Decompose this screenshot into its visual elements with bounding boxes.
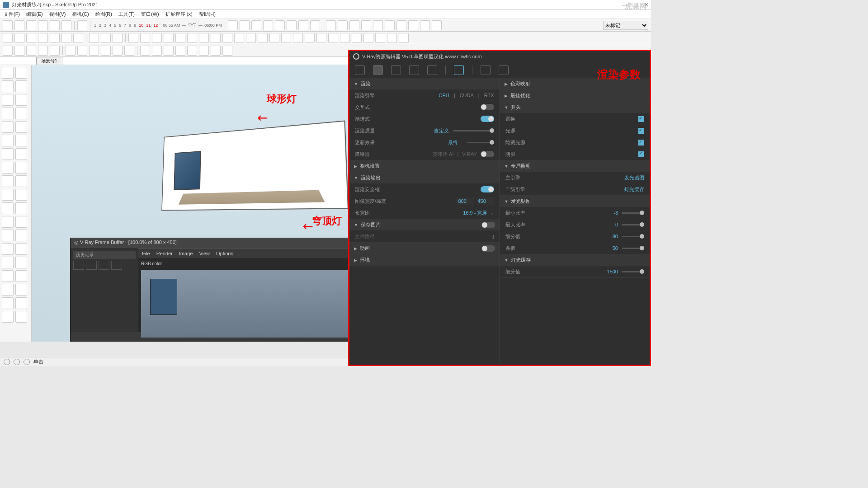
tool-icon[interactable] [326, 20, 336, 30]
tool-icon[interactable] [152, 46, 162, 56]
tool-icon[interactable] [128, 33, 138, 43]
tool-icon[interactable] [187, 46, 197, 56]
rect-tool-icon[interactable] [2, 108, 14, 119]
tool-icon[interactable] [263, 20, 273, 30]
tool-icon[interactable] [113, 46, 123, 56]
section-environment[interactable]: ▶环境 [349, 254, 500, 266]
tool-icon[interactable] [222, 33, 232, 43]
tool-icon[interactable] [432, 20, 442, 30]
vray-render-icon[interactable] [3, 46, 13, 56]
tool-icon[interactable] [15, 202, 27, 214]
tool-icon[interactable] [15, 284, 27, 296]
tool-icon[interactable] [101, 33, 111, 43]
tool-icon[interactable] [26, 20, 36, 30]
lights-check[interactable] [638, 128, 644, 134]
tool-icon[interactable] [281, 33, 291, 43]
tool-icon[interactable] [387, 33, 397, 43]
tool-icon[interactable] [293, 33, 303, 43]
tool-icon[interactable] [38, 20, 48, 30]
textures-tab-icon[interactable] [427, 65, 437, 75]
tool-icon[interactable] [420, 20, 430, 30]
layers-tab-icon[interactable] [409, 65, 419, 75]
tool-icon[interactable] [298, 20, 308, 30]
vfb-menu-file[interactable]: File [142, 251, 150, 256]
section-best-opt[interactable]: ▶最佳优化 [500, 90, 650, 101]
interactive-toggle[interactable] [481, 104, 494, 110]
section-render[interactable]: ▼渲染 [349, 78, 500, 89]
menu-view[interactable]: 视图(V) [49, 11, 66, 18]
tool-icon[interactable] [2, 284, 14, 296]
tool-icon[interactable] [15, 257, 27, 268]
tool-icon[interactable] [113, 33, 123, 43]
width-input[interactable] [456, 197, 474, 205]
tool-icon[interactable] [310, 20, 320, 30]
tool-icon[interactable] [15, 121, 27, 133]
tool-icon[interactable] [211, 46, 221, 56]
shadow-time-track[interactable]: 12 34 56 78 9 10 11 12 06:55 AM — 中午 — 0… [93, 22, 222, 28]
tool-icon[interactable] [26, 46, 36, 56]
engine-cuda[interactable]: CUDA [460, 93, 474, 98]
geometry-tab-icon[interactable] [391, 65, 401, 75]
status-icon[interactable] [4, 359, 10, 365]
section-animation[interactable]: ▶动画 [349, 243, 500, 254]
section-switches[interactable]: ▼开关 [500, 102, 650, 113]
tool-icon[interactable] [15, 162, 27, 174]
scale-tool-icon[interactable] [2, 189, 14, 201]
section-gi[interactable]: ▼全局照明 [500, 160, 650, 172]
diff-slider[interactable] [622, 248, 644, 249]
tool-icon[interactable] [101, 46, 111, 56]
vfb-menu-options[interactable]: Options [216, 251, 233, 256]
status-icon[interactable] [14, 359, 20, 365]
tool-icon[interactable] [408, 20, 418, 30]
tool-icon[interactable] [199, 33, 209, 43]
height-input[interactable] [476, 197, 494, 205]
denoiser-toggle[interactable] [481, 151, 494, 157]
tool-icon[interactable] [140, 46, 150, 56]
tool-icon[interactable] [73, 33, 83, 43]
tool-icon[interactable] [15, 108, 27, 119]
tool-icon[interactable] [77, 46, 87, 56]
vfb-channel-select[interactable]: RGB color [141, 261, 162, 266]
tool-icon[interactable] [251, 20, 261, 30]
tool-icon[interactable] [258, 33, 268, 43]
section-save-image[interactable]: ▼保存图片 [349, 219, 500, 230]
minrate-slider[interactable] [622, 212, 644, 214]
vfb-hist-btn[interactable] [73, 261, 84, 270]
arc-tool-icon[interactable] [2, 135, 14, 146]
vfb-menu-render[interactable]: Render [156, 251, 173, 256]
tool-icon[interactable] [15, 94, 27, 106]
materials-tab-icon[interactable] [355, 65, 365, 75]
tool-icon[interactable] [124, 46, 134, 56]
tool-icon[interactable] [240, 20, 250, 30]
shadows-check[interactable] [638, 151, 644, 157]
vfb-hist-btn[interactable] [86, 261, 97, 270]
saveimg-toggle[interactable] [481, 222, 495, 228]
tool-icon[interactable] [14, 33, 24, 43]
tool-icon[interactable] [275, 20, 285, 30]
tool-icon[interactable] [15, 311, 27, 323]
tool-icon[interactable] [15, 175, 27, 187]
lights-tab-icon[interactable] [373, 65, 383, 75]
tool-icon[interactable] [187, 33, 197, 43]
rotate-tool-icon[interactable] [2, 175, 14, 187]
tool-icon[interactable] [15, 216, 27, 228]
tool-icon[interactable] [199, 46, 209, 56]
menu-help[interactable]: 帮助(H) [199, 11, 216, 18]
tool-icon[interactable] [2, 311, 14, 323]
safeframe-toggle[interactable] [481, 186, 494, 192]
maxrate-slider[interactable] [622, 224, 644, 225]
tool-icon[interactable] [15, 148, 27, 160]
tool-icon[interactable] [175, 46, 185, 56]
vfb-menu-view[interactable]: View [199, 251, 210, 256]
browse-icon[interactable]: ▯ [491, 234, 494, 239]
engine-rtx[interactable]: RTX [484, 93, 494, 98]
tool-icon[interactable] [26, 33, 36, 43]
zoom-tool-icon[interactable] [2, 270, 14, 282]
tool-icon[interactable] [2, 297, 14, 309]
tool-icon[interactable] [396, 20, 406, 30]
primary-engine-select[interactable]: 发光贴图 [624, 174, 644, 181]
tool-icon[interactable] [363, 33, 373, 43]
tool-icon[interactable] [15, 135, 27, 146]
vfb-render-view[interactable] [141, 270, 379, 338]
status-icon[interactable] [24, 359, 30, 365]
